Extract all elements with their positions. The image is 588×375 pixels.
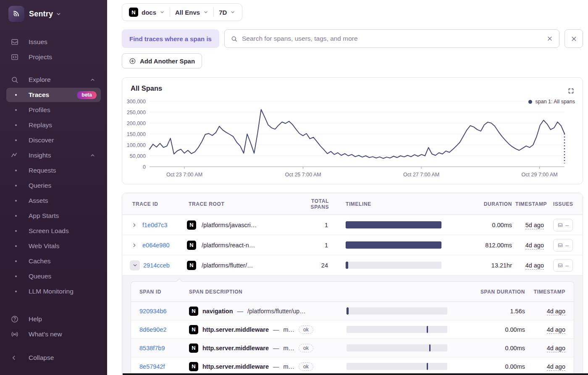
date-range-value: 7D	[219, 9, 227, 16]
span-id-link[interactable]: 920934b6	[139, 308, 167, 315]
span-id-link[interactable]: 8e57942f	[139, 363, 165, 370]
timeline-bar	[427, 363, 428, 370]
nextjs-platform-icon: N	[187, 261, 196, 270]
sidebar-item-traces[interactable]: Traces beta	[6, 88, 101, 102]
sidebar-item-screen-loads[interactable]: Screen Loads	[0, 223, 107, 239]
sidebar-item-queues[interactable]: Queues	[0, 269, 107, 284]
sidebar-section-explore[interactable]: Explore	[0, 72, 107, 87]
span-search-input[interactable]	[242, 35, 542, 42]
project-selector[interactable]: N docs	[129, 8, 165, 17]
span-status-badge: ok	[299, 362, 313, 371]
sidebar-item-discover[interactable]: Discover	[0, 133, 107, 148]
duration: 13.21hr	[445, 262, 512, 269]
search-icon	[10, 76, 19, 84]
bullet-dot	[15, 245, 17, 247]
issues-icon	[557, 242, 563, 248]
trace-id-link[interactable]: 2914cceb	[143, 262, 170, 269]
sidebar-item-assets[interactable]: Assets	[0, 193, 107, 208]
beta-badge: beta	[77, 91, 97, 99]
duration: 0.00ms	[445, 222, 512, 228]
bullet-dot	[15, 139, 17, 141]
sidebar-item-caches[interactable]: Caches	[0, 254, 107, 269]
timestamp[interactable]: 4d ago	[525, 262, 544, 270]
issues-count: –	[565, 222, 569, 228]
sidebar-item-help[interactable]: Help	[0, 312, 107, 327]
sidebar-item-whats-new[interactable]: What's new	[0, 327, 107, 342]
sidebar-item-issues[interactable]: Issues	[0, 34, 107, 50]
clear-search-icon[interactable]	[546, 35, 553, 42]
sidebar-item-projects[interactable]: Projects	[0, 50, 107, 65]
timestamp[interactable]: 4d ago	[547, 308, 565, 315]
separator: —	[273, 345, 279, 351]
col-span-id: SPAN ID	[139, 289, 189, 295]
expand-row-icon[interactable]	[131, 242, 137, 248]
timeline-bar	[429, 344, 430, 351]
trace-id-link[interactable]: e064e980	[142, 242, 170, 249]
sidebar-item-app-starts[interactable]: App Starts	[0, 208, 107, 223]
svg-text:250,000: 250,000	[127, 110, 146, 115]
sidebar-item-llm-monitoring[interactable]: LLM Monitoring	[0, 284, 107, 299]
timestamp[interactable]: 4d ago	[525, 242, 544, 249]
spans-timeseries-chart[interactable]: 050,000100,000150,000200,000250,000300,0…	[122, 96, 567, 180]
bullet-dot	[15, 200, 17, 202]
duration: 812.00ms	[445, 242, 512, 249]
sidebar-item-profiles[interactable]: Profiles	[0, 102, 107, 118]
sentry-logo-icon	[8, 6, 24, 22]
span-id-link[interactable]: 8538f7b9	[139, 345, 165, 351]
issues-icon	[557, 262, 563, 268]
bullet-dot	[15, 124, 17, 126]
trace-id-link[interactable]: f1e0d7c3	[142, 222, 168, 228]
chevron-down-icon	[160, 10, 165, 15]
span-id-link[interactable]: 8d6e90e2	[139, 326, 167, 333]
search-icon	[231, 35, 238, 42]
span-op: http.server.middleware	[202, 363, 269, 370]
environment-selector[interactable]: All Envs	[175, 9, 208, 16]
date-range-selector[interactable]: 7D	[219, 9, 235, 16]
col-span-description: SPAN DESCRIPTION	[189, 289, 342, 295]
separator: —	[237, 308, 244, 315]
span-table-header: SPAN ID SPAN DESCRIPTION SPAN DURATION T…	[131, 282, 574, 302]
sidebar-item-queries[interactable]: Queries	[0, 178, 107, 193]
remove-span-filter-button[interactable]	[564, 29, 583, 48]
timeline-cell	[332, 221, 445, 228]
timestamp[interactable]: 4d ago	[547, 326, 565, 334]
org-switcher[interactable]: Sentry	[0, 0, 107, 22]
bottom-edge	[123, 373, 588, 375]
sidebar-item-replays[interactable]: Replays	[0, 118, 107, 133]
timestamp[interactable]: 5d ago	[525, 222, 544, 229]
add-another-span-button[interactable]: Add Another Span	[122, 53, 202, 68]
trace-row: e064e980 N /platforms/react-n… 1 812.00m…	[122, 235, 583, 255]
sidebar-collapse-button[interactable]: Collapse	[0, 350, 107, 365]
plus-circle-icon	[129, 58, 136, 65]
svg-text:150,000: 150,000	[127, 131, 146, 137]
timestamp[interactable]: 4d ago	[547, 363, 565, 371]
trace-row-expanded: 2914cceb N /platforms/flutter/… 24 13.21…	[122, 255, 583, 275]
separator: —	[273, 363, 279, 370]
timeline-cell	[332, 262, 445, 269]
environment-selector-value: All Envs	[175, 9, 200, 16]
sidebar-section-insights[interactable]: Insights	[0, 148, 107, 163]
col-trace-root: TRACE ROOT	[185, 201, 288, 207]
issues-button[interactable]: –	[553, 219, 573, 231]
sidebar-item-web-vitals[interactable]: Web Vitals	[0, 239, 107, 254]
issues-button[interactable]: –	[553, 259, 573, 272]
bullet-dot	[15, 275, 17, 277]
chart-legend-item[interactable]: span 1: All spans	[526, 99, 575, 105]
expand-chart-icon[interactable]	[568, 88, 574, 94]
col-timestamp: TIMESTAMP	[512, 201, 547, 207]
insights-wave-icon	[10, 151, 19, 160]
span-duration: 1.56s	[447, 308, 525, 315]
chart-title: All Spans	[131, 84, 574, 95]
collapse-row-icon[interactable]	[130, 260, 140, 270]
trace-root: /platforms/react-n…	[202, 242, 255, 249]
span-op: http.server.middleware	[202, 326, 269, 333]
issues-button[interactable]: –	[553, 239, 573, 252]
span-duration: 0.00ms	[447, 345, 525, 351]
project-selector-value: docs	[142, 9, 156, 16]
timeline-bar	[346, 307, 349, 315]
sidebar-item-requests[interactable]: Requests	[0, 163, 107, 178]
bullet-dot	[15, 109, 17, 111]
timestamp[interactable]: 4d ago	[547, 345, 565, 352]
span-description: m…	[283, 345, 294, 351]
expand-row-icon[interactable]	[131, 222, 137, 228]
